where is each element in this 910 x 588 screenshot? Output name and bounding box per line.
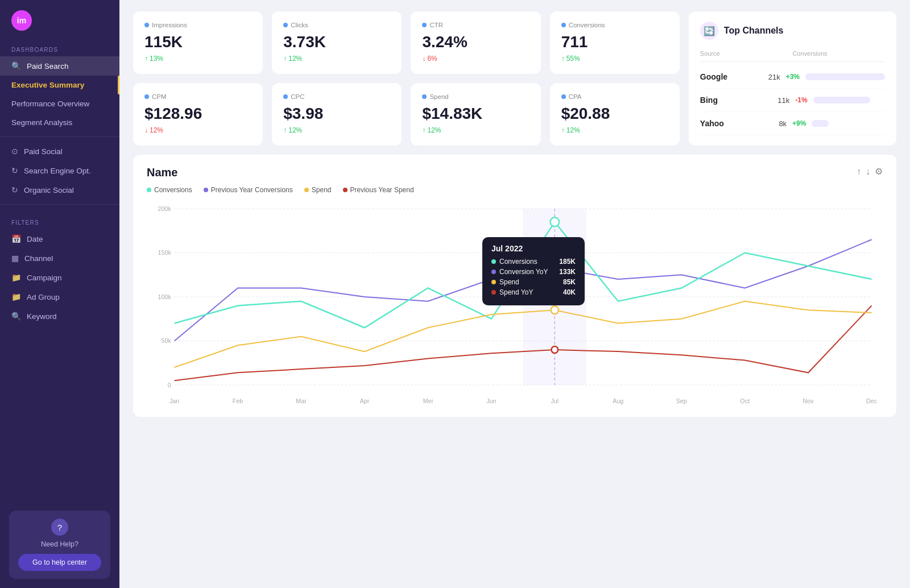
settings-button[interactable]: ⚙ bbox=[875, 166, 883, 177]
metric-card-clicks: Clicks 3.73K ↑ 12% bbox=[272, 11, 402, 74]
sidebar-item-campaign[interactable]: 📁 Campaign bbox=[0, 268, 119, 287]
metric-value-cpc: $3.98 bbox=[283, 105, 390, 123]
tooltip-value: 133K bbox=[559, 268, 576, 276]
circle-icon: ⊙ bbox=[11, 147, 18, 156]
metric-value-cpm: $128.96 bbox=[144, 105, 251, 123]
tooltip-row: Conversions 185K bbox=[491, 258, 576, 266]
metric-change-impressions: ↑ 13% bbox=[144, 55, 251, 63]
tooltip-row: Conversion YoY 133K bbox=[491, 268, 576, 276]
svg-text:Apr: Apr bbox=[360, 397, 370, 404]
legend-label: Previous Year Conversions bbox=[211, 186, 293, 194]
sidebar-item-paid-search[interactable]: 🔍 Paid Search bbox=[0, 56, 119, 76]
legend-item: Conversions bbox=[147, 186, 192, 194]
channel-bar bbox=[805, 73, 885, 80]
sidebar-item-label: Organic Social bbox=[24, 186, 74, 194]
channel-rows: Google 21k +3% Bing 11k -1% Yahoo 8k +9% bbox=[700, 65, 885, 135]
channel-row: Yahoo 8k +9% bbox=[700, 112, 885, 135]
tooltip-label: Spend YoY bbox=[491, 288, 533, 296]
svg-text:Mei: Mei bbox=[423, 397, 433, 404]
channel-pct: +3% bbox=[786, 73, 800, 81]
tooltip-value: 40K bbox=[563, 288, 576, 296]
metric-card-conversions: Conversions 711 ↑ 55% bbox=[550, 11, 680, 74]
sidebar-item-date[interactable]: 📅 Date bbox=[0, 229, 119, 249]
channel-name: Google bbox=[700, 72, 763, 81]
metric-change-cpc: ↑ 12% bbox=[283, 126, 390, 134]
metric-label-cpc: CPC bbox=[283, 93, 390, 100]
svg-text:Dec: Dec bbox=[866, 397, 878, 404]
refresh-icon: ↻ bbox=[11, 166, 18, 175]
svg-text:Sep: Sep bbox=[676, 397, 687, 404]
main-content: Impressions 115K ↑ 13% Clicks 3.73K ↑ 12… bbox=[119, 0, 910, 588]
sidebar-item-segment-analysis[interactable]: Segment Analysis bbox=[0, 113, 119, 132]
metric-card-spend: Spend $14.83K ↑ 12% bbox=[411, 83, 540, 146]
legend-item: Previous Year Spend bbox=[343, 186, 414, 194]
metric-value-cpa: $20.88 bbox=[561, 105, 668, 123]
legend-item: Previous Year Conversions bbox=[204, 186, 293, 194]
channel-bar-wrap bbox=[805, 73, 885, 80]
channels-table-header: Source Conversions bbox=[700, 48, 885, 62]
metric-card-ctr: CTR 3.24% ↓ 6% bbox=[411, 11, 540, 74]
help-box: ? Need Help? Go to help center bbox=[9, 511, 110, 579]
help-icon: ? bbox=[51, 519, 68, 536]
channel-pct: -1% bbox=[795, 96, 807, 104]
sidebar-item-search-engine-opt[interactable]: ↻ Search Engine Opt. bbox=[0, 161, 119, 180]
chart-actions: ↑ ↓ ⚙ bbox=[857, 166, 883, 177]
metric-change-ctr: ↓ 6% bbox=[422, 55, 529, 63]
legend-item: Spend bbox=[304, 186, 332, 194]
metric-label-cpa: CPA bbox=[561, 93, 668, 100]
channel-row: Bing 11k -1% bbox=[700, 89, 885, 112]
search-icon: 🔍 bbox=[11, 61, 21, 71]
channel-bar bbox=[812, 120, 829, 127]
sidebar-item-keyword[interactable]: 🔍 Keyword bbox=[0, 307, 119, 326]
channel-name: Bing bbox=[700, 96, 772, 105]
metric-card-impressions: Impressions 115K ↑ 13% bbox=[133, 11, 263, 74]
channel-pct: +9% bbox=[792, 119, 806, 127]
sidebar-item-performance-overview[interactable]: Performance Overview bbox=[0, 94, 119, 113]
svg-text:Mar: Mar bbox=[296, 397, 307, 404]
legend-label: Spend bbox=[312, 186, 332, 194]
upload-button[interactable]: ↑ bbox=[857, 166, 861, 177]
sidebar-item-label: Paid Social bbox=[24, 147, 63, 156]
sidebar-item-label: Performance Overview bbox=[11, 100, 89, 108]
metric-card-cpc: CPC $3.98 ↑ 12% bbox=[272, 83, 402, 146]
metric-value-conversions: 711 bbox=[561, 33, 668, 51]
logo: im bbox=[0, 0, 119, 36]
tooltip-row: Spend 85K bbox=[491, 278, 576, 286]
tooltip-title: Jul 2022 bbox=[491, 244, 576, 253]
top-channels-card: 🔄 Top Channels Source Conversions Google… bbox=[689, 11, 896, 146]
sidebar-bottom: ? Need Help? Go to help center bbox=[0, 502, 119, 588]
channel-icon: ▦ bbox=[11, 254, 19, 263]
legend-label: Conversions bbox=[154, 186, 192, 194]
svg-text:Oct: Oct bbox=[740, 397, 750, 404]
metrics-row-2: CPM $128.96 ↓ 12% CPC $3.98 ↑ 12% Spend … bbox=[133, 83, 680, 146]
channel-bar-wrap bbox=[813, 97, 885, 103]
sidebar-item-channel[interactable]: ▦ Channel bbox=[0, 249, 119, 268]
tooltip-label: Conversion YoY bbox=[491, 268, 548, 276]
channels-icon: 🔄 bbox=[700, 22, 718, 40]
metric-value-ctr: 3.24% bbox=[422, 33, 529, 51]
sidebar-item-organic-social[interactable]: ↻ Organic Social bbox=[0, 180, 119, 200]
metric-label-conversions: Conversions bbox=[561, 22, 668, 28]
tooltip-value: 185K bbox=[559, 258, 576, 266]
sidebar-item-label: Search Engine Opt. bbox=[24, 167, 91, 175]
channel-value: 21k bbox=[768, 73, 780, 81]
metric-change-clicks: ↑ 12% bbox=[283, 55, 390, 63]
conversions-col-label: Conversions bbox=[792, 50, 885, 57]
metric-value-impressions: 115K bbox=[144, 33, 251, 51]
svg-text:50k: 50k bbox=[162, 337, 172, 344]
sidebar-item-executive-summary[interactable]: Executive Summary bbox=[0, 76, 119, 94]
ad-group-icon: 📁 bbox=[11, 292, 21, 301]
campaign-icon: 📁 bbox=[11, 273, 21, 282]
download-button[interactable]: ↓ bbox=[866, 166, 870, 177]
sidebar: im DASHBOARDS 🔍 Paid Search Executive Su… bbox=[0, 0, 119, 588]
metric-label-cpm: CPM bbox=[144, 93, 251, 100]
chart-tooltip: Jul 2022 Conversions 185K Conversion YoY… bbox=[482, 237, 585, 305]
channel-name: Yahoo bbox=[700, 119, 774, 128]
metric-card-cpa: CPA $20.88 ↑ 12% bbox=[550, 83, 680, 146]
legend-label: Previous Year Spend bbox=[350, 186, 414, 194]
sidebar-item-paid-social[interactable]: ⊙ Paid Social bbox=[0, 142, 119, 161]
metric-value-spend: $14.83K bbox=[422, 105, 529, 123]
help-button[interactable]: Go to help center bbox=[18, 554, 101, 571]
sidebar-item-ad-group[interactable]: 📁 Ad Group bbox=[0, 287, 119, 307]
svg-point-25 bbox=[551, 306, 559, 314]
